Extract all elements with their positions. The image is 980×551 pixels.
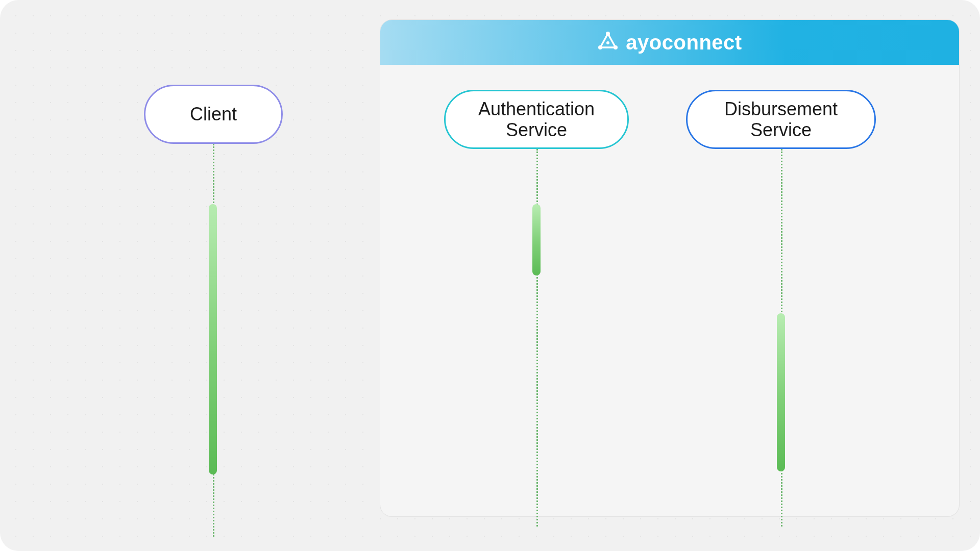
ayoconnect-header: ayoconnect [380,20,959,65]
participant-auth-label: AuthenticationService [478,98,595,141]
participant-disbursement-service: DisbursementService [686,90,876,149]
svg-point-1 [614,45,618,49]
activation-auth [532,204,541,276]
svg-point-2 [598,45,602,49]
svg-point-0 [606,32,610,36]
activation-client [209,204,217,474]
participant-client-label: Client [190,104,237,124]
participant-disb-label: DisbursementService [724,98,838,141]
ayoconnect-logo-icon [597,32,619,53]
participant-client: Client [144,85,283,144]
activation-disb [777,313,785,471]
participant-auth-service: AuthenticationService [444,90,629,149]
brand-name: ayoconnect [626,31,742,54]
svg-point-3 [606,41,609,44]
diagram-canvas: ayoconnect Client AuthenticationService … [0,0,980,551]
